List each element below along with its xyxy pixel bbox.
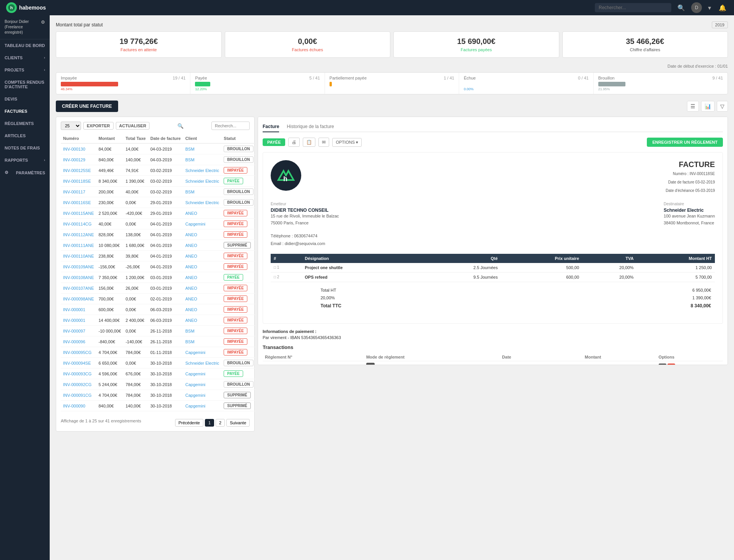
table-row[interactable]: INV-000090 840,00€ 140,00€ 30-10-2018 Ca… <box>61 401 256 411</box>
invoice-num[interactable]: INV-000115ANE <box>61 208 96 219</box>
invoice-client[interactable]: ANEO <box>183 240 222 251</box>
invoice-client[interactable]: Capgemini <box>183 379 222 390</box>
sidebar-item-articles[interactable]: ARTICLES <box>0 130 50 142</box>
invoice-client[interactable]: BSM <box>183 143 222 154</box>
sidebar-item-notes-de-frais[interactable]: NOTES DE FRAIS <box>0 142 50 154</box>
invoice-num[interactable]: INV-000114CG <box>61 219 96 229</box>
table-row[interactable]: INV-000111ANE 10 080,00€ 1 680,00€ 04-01… <box>61 240 256 251</box>
table-row[interactable]: INV-000117 200,00€ 40,00€ 03-02-2019 BSM… <box>61 187 256 197</box>
sidebar-item-tableau-de-bord[interactable]: TABLEAU DE BORD <box>0 39 50 52</box>
invoice-num[interactable]: INV-000107ANE <box>61 283 96 294</box>
enregistrer-reglement-button[interactable]: ENREGISTRER UN RÈGLEMENT <box>647 138 723 147</box>
invoice-num[interactable]: INV-000125SE <box>61 165 96 176</box>
table-search-input[interactable] <box>211 122 250 130</box>
table-row[interactable]: INV-000095CG 4 704,00€ 784,00€ 01-11-201… <box>61 347 256 358</box>
edit-transaction-button[interactable]: ✎ <box>659 364 666 365</box>
table-row[interactable]: INV-000118SE 8 340,00€ 1 390,00€ 03-02-2… <box>61 176 256 187</box>
sidebar-item-factures[interactable]: FACTURES <box>0 105 50 117</box>
invoice-client[interactable]: ANEO <box>183 208 222 219</box>
notification-icon[interactable]: 🔔 <box>717 3 728 13</box>
table-row[interactable]: INV-000108ANE 7 350,00€ 1 200,00€ 03-01-… <box>61 272 256 283</box>
invoice-client[interactable]: Schneider Electric <box>183 197 222 208</box>
search-button[interactable]: 🔍 <box>676 3 687 13</box>
invoice-client[interactable]: Schneider Electric <box>183 165 222 176</box>
table-row[interactable]: INV-000091CG 4 704,00€ 784,00€ 30-10-201… <box>61 390 256 401</box>
next-page-button[interactable]: Suivante <box>226 419 250 427</box>
sidebar-item-comptes-rendus[interactable]: COMPTES RENDUS D'ACTIVITE <box>0 76 50 93</box>
invoice-client[interactable]: BSM <box>183 187 222 197</box>
invoice-client[interactable]: ANEO <box>183 251 222 261</box>
table-row[interactable]: INV-000001 14 400,00€ 2 400,00€ 06-03-20… <box>61 315 256 326</box>
invoice-client[interactable]: ANEO <box>183 272 222 283</box>
tab-historique[interactable]: Historique de la facture <box>287 122 334 132</box>
invoice-client[interactable]: BSM <box>183 154 222 165</box>
prev-page-button[interactable]: Précédente <box>175 419 203 427</box>
invoice-num[interactable]: INV-000108ANE <box>61 272 96 283</box>
table-row[interactable]: INV-000098ANE 700,00€ 0,00€ 02-01-2019 A… <box>61 294 256 304</box>
table-row[interactable]: INV-000092CG 5 244,00€ 784,00€ 30-10-201… <box>61 379 256 390</box>
table-row[interactable]: INV-000001 600,00€ 0,00€ 06-03-2019 ANEO… <box>61 304 256 315</box>
sidebar-item-reglements[interactable]: RÈGLEMENTS <box>0 117 50 130</box>
invoice-client[interactable]: ANEO <box>183 294 222 304</box>
invoice-num[interactable]: INV-000111ANE <box>61 240 96 251</box>
table-row[interactable]: INV-000114CG 40,00€ 0,00€ 04-01-2019 Cap… <box>61 219 256 229</box>
table-row[interactable]: INV-000116SE 230,00€ 0,00€ 29-01-2019 Sc… <box>61 197 256 208</box>
invoice-num[interactable]: INV-000093CG <box>61 368 96 379</box>
delete-transaction-button[interactable]: ✕ <box>667 364 675 365</box>
copy-icon-button[interactable]: 📋 <box>303 138 315 147</box>
invoice-num[interactable]: INV-000130 <box>61 143 96 154</box>
app-logo[interactable]: h habemoos <box>6 2 46 13</box>
sidebar-item-rapports[interactable]: RAPPORTS › <box>0 154 50 166</box>
chevron-down-icon[interactable]: ▾ <box>706 3 713 13</box>
sidebar-item-devis[interactable]: DEVIS <box>0 93 50 105</box>
settings-icon[interactable]: ⚙ <box>41 19 45 26</box>
table-row[interactable]: INV-000109ANE -156,00€ -26,00€ 04-01-201… <box>61 261 256 272</box>
avatar[interactable]: D <box>691 2 702 13</box>
sidebar-item-parametres[interactable]: ⚙ PARAMÈTRES <box>0 166 50 179</box>
table-row[interactable]: INV-000096 -840,00€ -140,00€ 26-11-2018 … <box>61 336 256 347</box>
table-view-button[interactable]: ☰ <box>687 101 699 112</box>
chart-view-button[interactable]: 📊 <box>701 101 715 112</box>
invoice-client[interactable]: ANEO <box>183 283 222 294</box>
invoice-num[interactable]: INV-000094SE <box>61 358 96 368</box>
invoice-client[interactable]: Capgemini <box>183 401 222 411</box>
invoice-client[interactable]: ANEO <box>183 304 222 315</box>
invoice-num[interactable]: INV-000098ANE <box>61 294 96 304</box>
sidebar-item-clients[interactable]: CLIENTS › <box>0 52 50 64</box>
invoice-client[interactable]: ANEO <box>183 261 222 272</box>
table-row[interactable]: INV-000094SE 6 650,00€ 0,00€ 30-10-2018 … <box>61 358 256 368</box>
invoice-client[interactable]: Capgemini <box>183 390 222 401</box>
invoice-client[interactable]: ANEO <box>183 315 222 326</box>
invoice-num[interactable]: INV-000095CG <box>61 347 96 358</box>
filter-button[interactable]: ▽ <box>717 101 728 112</box>
per-page-select[interactable]: 25 50 100 <box>61 122 81 130</box>
invoice-num[interactable]: INV-000112ANE <box>61 229 96 240</box>
invoice-num[interactable]: INV-000109ANE <box>61 261 96 272</box>
table-row[interactable]: INV-000107ANE 156,00€ 26,00€ 03-01-2019 … <box>61 283 256 294</box>
invoice-num[interactable]: INV-000097 <box>61 326 96 336</box>
tab-facture[interactable]: Facture <box>263 122 279 132</box>
invoice-client[interactable]: BSM <box>183 336 222 347</box>
options-dropdown-button[interactable]: OPTIONS ▾ <box>332 138 362 147</box>
invoice-num[interactable]: INV-000110ANE <box>61 251 96 261</box>
table-row[interactable]: INV-000093CG 4 596,00€ 676,00€ 30-10-201… <box>61 368 256 379</box>
invoice-num[interactable]: INV-000116SE <box>61 197 96 208</box>
print-icon-button[interactable]: 🖨 <box>288 138 300 147</box>
invoice-client[interactable]: Capgemini <box>183 368 222 379</box>
table-row[interactable]: INV-000129 840,00€ 140,00€ 04-03-2019 BS… <box>61 154 256 165</box>
invoice-num[interactable]: INV-000001 <box>61 304 96 315</box>
invoice-num[interactable]: INV-000096 <box>61 336 96 347</box>
invoice-client[interactable]: Schneider Electric <box>183 176 222 187</box>
invoice-num[interactable]: INV-000117 <box>61 187 96 197</box>
table-row[interactable]: INV-000110ANE 238,80€ 39,80€ 04-01-2019 … <box>61 251 256 261</box>
table-row[interactable]: INV-000125SE 449,46€ 74,91€ 03-02-2019 S… <box>61 165 256 176</box>
create-invoice-button[interactable]: CRÉER UNE FACTURE <box>56 101 118 112</box>
invoice-client[interactable]: BSM <box>183 326 222 336</box>
invoice-num[interactable]: INV-000090 <box>61 401 96 411</box>
table-row[interactable]: INV-000130 84,00€ 14,00€ 04-03-2019 BSM … <box>61 143 256 154</box>
update-button[interactable]: ACTUALISER <box>116 122 150 130</box>
invoice-client[interactable]: Schneider Electric <box>183 358 222 368</box>
invoice-num[interactable]: INV-000118SE <box>61 176 96 187</box>
page-2-button[interactable]: 2 <box>216 419 225 427</box>
invoice-client[interactable]: Capgemini <box>183 347 222 358</box>
